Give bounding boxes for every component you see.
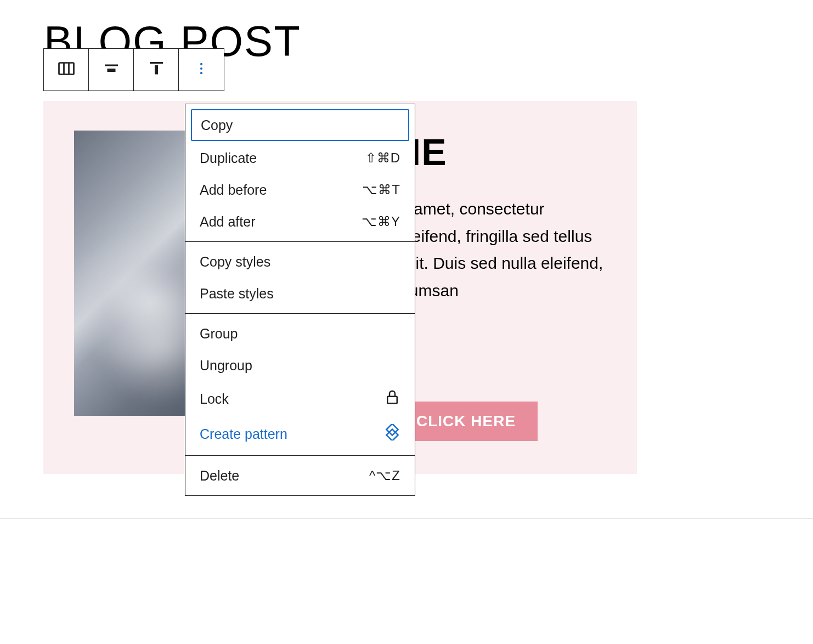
block-options-menu: Copy Duplicate ⇧⌘D Add before ⌥⌘T Add af…: [185, 104, 415, 496]
menu-item-label: Lock: [200, 391, 229, 407]
svg-point-8: [200, 67, 202, 70]
menu-shortcut: ⌥⌘Y: [362, 214, 400, 229]
svg-rect-0: [59, 63, 74, 75]
cta-button[interactable]: CLICK HERE: [394, 402, 538, 441]
svg-rect-5: [150, 62, 163, 64]
svg-point-7: [200, 63, 202, 65]
menu-item-label: Copy: [201, 117, 233, 133]
svg-point-9: [200, 72, 202, 74]
menu-group-1: Copy Duplicate ⇧⌘D Add before ⌥⌘T Add af…: [185, 104, 415, 242]
menu-item-label: Add before: [200, 182, 267, 198]
pattern-icon: [384, 424, 400, 444]
menu-shortcut: ⌥⌘T: [362, 182, 400, 197]
menu-item-label: Duplicate: [200, 150, 257, 166]
menu-item-label: Delete: [200, 468, 239, 484]
svg-rect-10: [387, 397, 397, 404]
block-toolbar: [43, 48, 224, 91]
menu-item-paste-styles[interactable]: Paste styles: [185, 278, 415, 309]
menu-item-ungroup[interactable]: Ungroup: [185, 349, 415, 381]
menu-item-add-after[interactable]: Add after ⌥⌘Y: [185, 206, 415, 238]
menu-item-lock[interactable]: Lock: [185, 381, 415, 416]
columns-icon: [57, 59, 76, 81]
svg-rect-3: [105, 65, 118, 66]
menu-item-label: Add after: [200, 214, 255, 230]
menu-item-delete[interactable]: Delete ^⌥Z: [185, 460, 415, 492]
menu-shortcut: ⇧⌘D: [365, 150, 400, 166]
menu-group-3: Group Ungroup Lock Create pattern: [185, 314, 415, 456]
menu-item-create-pattern[interactable]: Create pattern: [185, 416, 415, 451]
menu-item-duplicate[interactable]: Duplicate ⇧⌘D: [185, 142, 415, 174]
more-options-button[interactable]: [179, 49, 224, 91]
align-top-icon: [146, 59, 166, 81]
columns-button[interactable]: [44, 49, 89, 91]
align-button[interactable]: [89, 49, 134, 91]
menu-group-4: Delete ^⌥Z: [185, 456, 415, 495]
menu-item-copy-styles[interactable]: Copy styles: [185, 246, 415, 278]
menu-item-label: Ungroup: [200, 358, 252, 374]
menu-item-copy[interactable]: Copy: [191, 109, 409, 141]
menu-item-label: Copy styles: [200, 254, 270, 270]
lock-icon: [384, 389, 400, 409]
align-top-button[interactable]: [134, 49, 179, 91]
menu-shortcut: ^⌥Z: [369, 468, 400, 483]
menu-item-add-before[interactable]: Add before ⌥⌘T: [185, 174, 415, 206]
svg-rect-6: [155, 65, 158, 75]
menu-item-label: Paste styles: [200, 286, 274, 302]
menu-item-label: Create pattern: [200, 426, 287, 442]
more-vertical-icon: [194, 61, 209, 78]
menu-item-group[interactable]: Group: [185, 318, 415, 349]
svg-rect-4: [107, 69, 115, 72]
menu-group-2: Copy styles Paste styles: [185, 242, 415, 314]
divider: [0, 518, 813, 519]
menu-item-label: Group: [200, 326, 238, 342]
align-center-icon: [101, 59, 121, 81]
